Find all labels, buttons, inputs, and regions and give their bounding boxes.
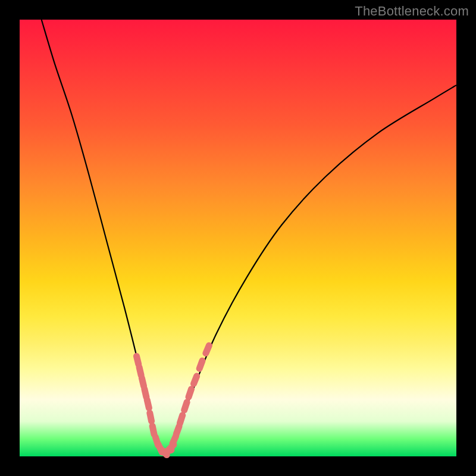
bead-marker <box>142 378 143 386</box>
bead-marker <box>150 413 152 421</box>
bead-marker <box>137 356 139 365</box>
bead-marker <box>199 361 202 368</box>
curve-svg <box>20 20 456 456</box>
bead-marker <box>139 367 141 375</box>
bead-marker <box>152 426 154 434</box>
chart-frame: TheBottleneck.com <box>0 0 476 476</box>
bead-marker <box>145 389 146 397</box>
bead-marker <box>206 346 209 353</box>
bead-marker <box>147 400 149 408</box>
bead-marker <box>180 415 182 423</box>
bead-marker <box>176 426 179 434</box>
bead-marker <box>194 376 197 384</box>
bead-marker <box>184 402 187 410</box>
watermark-text: TheBottleneck.com <box>355 4 469 19</box>
bottleneck-curve <box>42 20 456 452</box>
plot-area <box>20 20 456 456</box>
highlight-beads <box>137 346 209 455</box>
bead-marker <box>189 389 192 397</box>
